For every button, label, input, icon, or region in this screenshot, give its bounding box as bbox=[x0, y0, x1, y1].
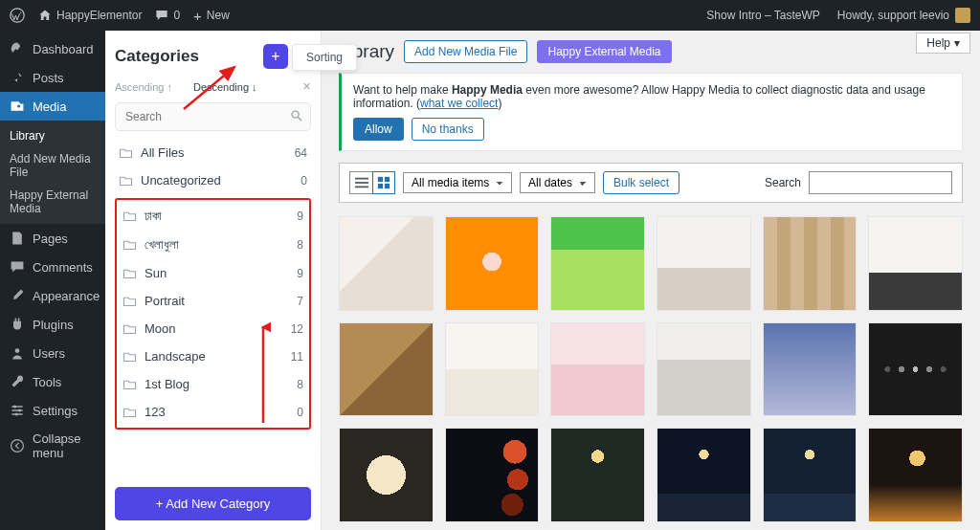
no-thanks-button[interactable]: No thanks bbox=[412, 118, 484, 141]
media-search-input[interactable] bbox=[809, 171, 952, 194]
submenu-happy-external[interactable]: Happy External Media bbox=[0, 184, 105, 220]
media-item[interactable] bbox=[763, 322, 858, 417]
filter-bar: All media items All dates Bulk select Se… bbox=[339, 163, 963, 203]
grid-view-button[interactable] bbox=[372, 171, 395, 194]
new-label: New bbox=[207, 9, 230, 22]
folder-row[interactable]: খেলাধুলা8 bbox=[119, 231, 307, 259]
folder-row[interactable]: ঢাকা9 bbox=[119, 202, 307, 231]
site-home[interactable]: HappyElementor bbox=[38, 9, 142, 22]
media-item[interactable] bbox=[657, 216, 751, 311]
media-item[interactable] bbox=[445, 216, 540, 311]
bulk-select-button[interactable]: Bulk select bbox=[603, 171, 679, 194]
sidebar-item-comments[interactable]: Comments bbox=[0, 253, 105, 281]
folder-row[interactable]: Landscape11 bbox=[119, 342, 307, 370]
avatar bbox=[955, 8, 970, 23]
howdy-text: Howdy, support leevio bbox=[837, 9, 949, 22]
folder-row[interactable]: Moon12 bbox=[119, 315, 307, 342]
sidebar-item-plugins[interactable]: Plugins bbox=[0, 310, 105, 339]
comment-icon bbox=[10, 259, 25, 275]
sidebar-item-media[interactable]: Media bbox=[0, 92, 105, 121]
sidebar-item-settings[interactable]: Settings bbox=[0, 396, 105, 425]
sidebar-item-pages[interactable]: Pages bbox=[0, 224, 105, 253]
folder-icon bbox=[122, 323, 137, 335]
media-item[interactable] bbox=[339, 216, 434, 311]
brush-icon bbox=[10, 288, 25, 303]
add-new-media-button[interactable]: Add New Media File bbox=[404, 40, 527, 63]
list-view-button[interactable] bbox=[349, 171, 372, 194]
folder-uncategorized[interactable]: Uncategorized 0 bbox=[115, 166, 311, 194]
comments-link[interactable]: 0 bbox=[155, 9, 180, 22]
folder-all-files[interactable]: All Files 64 bbox=[115, 139, 311, 166]
media-item[interactable] bbox=[339, 428, 434, 522]
media-item[interactable] bbox=[550, 428, 645, 522]
folder-row[interactable]: Sun9 bbox=[119, 259, 307, 287]
media-item[interactable] bbox=[763, 428, 858, 522]
top-folders: All Files 64 Uncategorized 0 bbox=[115, 139, 311, 194]
svg-point-1 bbox=[15, 348, 20, 353]
categories-panel: Categories + ⋮ Sorting Ascending ↑ Desce… bbox=[105, 31, 322, 530]
new-link[interactable]: +New bbox=[193, 8, 230, 24]
media-item[interactable] bbox=[868, 216, 963, 311]
ascending-option[interactable]: Ascending ↑ bbox=[115, 81, 172, 93]
chevron-down-icon: ▾ bbox=[954, 36, 960, 50]
svg-rect-12 bbox=[355, 187, 368, 188]
plug-icon bbox=[10, 317, 25, 332]
sidebar-item-dashboard[interactable]: Dashboard bbox=[0, 34, 105, 63]
svg-rect-16 bbox=[385, 184, 390, 188]
comments-count: 0 bbox=[173, 9, 180, 22]
admin-bar: HappyElementor 0 +New Show Intro – Taste… bbox=[0, 0, 980, 31]
site-name: HappyElementor bbox=[56, 9, 142, 22]
show-intro-link[interactable]: Show Intro – TasteWP bbox=[706, 9, 820, 22]
media-submenu: Library Add New Media File Happy Externa… bbox=[0, 121, 105, 224]
collapse-icon bbox=[10, 438, 25, 453]
media-item[interactable] bbox=[445, 322, 540, 417]
sidebar-item-tools[interactable]: Tools bbox=[0, 367, 105, 396]
what-we-collect-link[interactable]: what we collect bbox=[420, 97, 498, 110]
happy-external-button[interactable]: Happy External Media bbox=[537, 40, 671, 63]
pin-icon bbox=[10, 70, 25, 85]
sidebar-item-appearance[interactable]: Appearance bbox=[0, 281, 105, 310]
add-folder-button[interactable]: + bbox=[263, 44, 288, 69]
help-button[interactable]: Help▾ bbox=[916, 33, 970, 54]
sorting-popup[interactable]: Sorting bbox=[292, 44, 357, 71]
wrench-icon bbox=[10, 374, 25, 389]
folder-row[interactable]: 1st Blog8 bbox=[119, 370, 307, 398]
media-item[interactable] bbox=[657, 428, 751, 522]
folder-row[interactable]: Portrait7 bbox=[119, 287, 307, 315]
allow-button[interactable]: Allow bbox=[353, 118, 404, 141]
svg-line-6 bbox=[184, 67, 234, 109]
close-sort-icon[interactable]: ✕ bbox=[302, 80, 311, 93]
svg-point-7 bbox=[292, 111, 299, 118]
highlighted-folders-box: ঢাকা9 খেলাধুলা8 Sun9 Portrait7 Moon12 La… bbox=[115, 198, 311, 430]
media-item[interactable] bbox=[445, 428, 540, 522]
user-icon bbox=[10, 345, 25, 361]
media-type-select[interactable]: All media items bbox=[403, 172, 512, 193]
folder-icon bbox=[122, 268, 137, 279]
svg-rect-11 bbox=[355, 182, 368, 184]
folder-icon bbox=[119, 175, 133, 187]
annotation-arrow-icon bbox=[182, 63, 239, 111]
media-item[interactable] bbox=[550, 322, 645, 417]
add-category-button[interactable]: + Add New Category bbox=[115, 487, 311, 520]
svg-rect-15 bbox=[378, 184, 383, 188]
media-item[interactable] bbox=[339, 322, 434, 417]
media-item[interactable] bbox=[550, 216, 645, 311]
wp-logo[interactable] bbox=[10, 8, 25, 23]
sidebar-item-collapse[interactable]: Collapse menu bbox=[0, 425, 105, 467]
media-item[interactable] bbox=[657, 322, 751, 417]
content-area: Help▾ Library Add New Media File Happy E… bbox=[322, 31, 980, 530]
sidebar-item-users[interactable]: Users bbox=[0, 339, 105, 367]
dates-select[interactable]: All dates bbox=[520, 172, 595, 193]
folder-icon bbox=[122, 351, 137, 363]
media-item[interactable] bbox=[868, 428, 963, 522]
svg-point-3 bbox=[18, 409, 21, 411]
media-item[interactable] bbox=[763, 216, 858, 311]
submenu-add-new[interactable]: Add New Media File bbox=[0, 147, 105, 184]
folder-icon bbox=[119, 147, 133, 159]
folder-row[interactable]: 1230 bbox=[119, 398, 307, 426]
svg-rect-14 bbox=[385, 177, 390, 182]
sidebar-item-posts[interactable]: Posts bbox=[0, 63, 105, 92]
submenu-library[interactable]: Library bbox=[0, 124, 105, 147]
media-item[interactable] bbox=[868, 322, 963, 417]
howdy-account[interactable]: Howdy, support leevio bbox=[837, 8, 970, 23]
